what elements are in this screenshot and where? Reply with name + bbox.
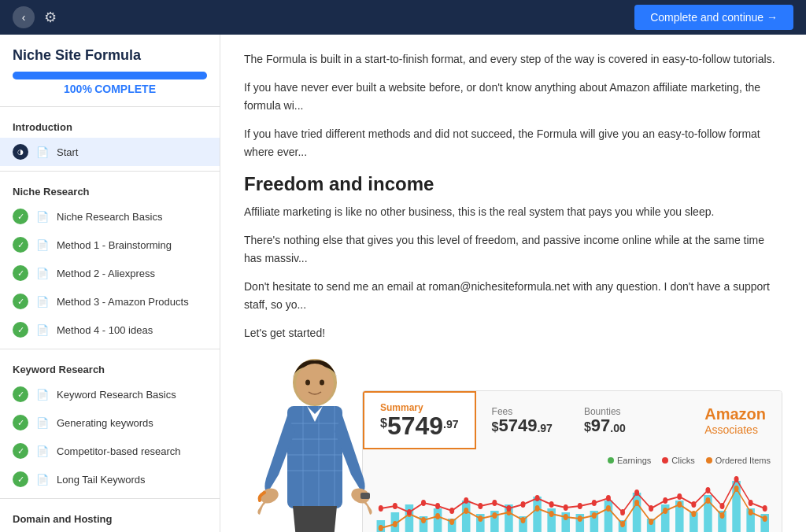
svg-point-66 [407, 509, 412, 515]
svg-point-54 [634, 500, 639, 506]
check-icon-9: ✓ [13, 471, 28, 487]
sidebar: Niche Site Formula 100% COMPLETE Introdu… [0, 35, 220, 532]
summary-currency: $ [380, 416, 387, 430]
doc-icon-1: 📄 [36, 211, 49, 223]
content-area: The Formula is built in a start-to-finis… [220, 35, 806, 532]
legend-clicks: Clicks [662, 456, 694, 465]
sidebar-item-competitor-research[interactable]: ✓ 📄 Competitor-based research [0, 437, 220, 465]
check-icon-2: ✓ [13, 237, 28, 253]
doc-icon-6: 📄 [36, 389, 49, 401]
associates-text: Associates [704, 423, 766, 436]
svg-point-75 [535, 495, 540, 501]
svg-point-64 [379, 505, 383, 512]
progress-bar-fill [13, 72, 207, 79]
svg-point-2 [305, 380, 310, 386]
svg-point-85 [677, 493, 682, 500]
doc-icon-5: 📄 [36, 324, 49, 336]
progress-complete-label: COMPLETE [94, 83, 156, 95]
amazon-products-label: Method 3 - Amazon Products [57, 296, 189, 308]
chart-legend: Earnings Clicks Ordered Items [608, 456, 771, 465]
doc-icon-2: 📄 [36, 239, 49, 251]
svg-point-41 [449, 519, 454, 525]
svg-point-63 [763, 515, 767, 522]
widget-top: Summary $ 5749 .97 Fees $ 5749 .97 [363, 391, 782, 449]
progress-bar-wrap [13, 72, 207, 79]
fees-cents: .97 [537, 422, 552, 434]
svg-rect-24 [604, 501, 613, 532]
svg-point-65 [393, 503, 397, 509]
doc-icon-8: 📄 [36, 445, 49, 457]
progress-label: 100% COMPLETE [13, 83, 207, 95]
svg-point-76 [549, 501, 554, 508]
svg-point-72 [492, 500, 497, 506]
bounties-box: Bounties $ 97 .00 [568, 391, 641, 449]
section-domain-hosting: Domain and Hosting [0, 504, 220, 530]
svg-point-69 [449, 508, 454, 514]
sidebar-item-generating-keywords[interactable]: ✓ 📄 Generating keywords [0, 408, 220, 437]
main-layout: Niche Site Formula 100% COMPLETE Introdu… [0, 35, 806, 532]
sidebar-divider-2 [0, 171, 220, 172]
svg-point-61 [734, 486, 739, 492]
sidebar-item-brainstorming[interactable]: ✓ 📄 Method 1 - Brainstorming [0, 231, 220, 259]
svg-point-89 [734, 476, 739, 482]
sidebar-item-100-ideas[interactable]: ✓ 📄 Method 4 - 100 ideas [0, 316, 220, 344]
sidebar-divider-4 [0, 498, 220, 499]
sidebar-divider-1 [0, 106, 220, 107]
svg-point-40 [435, 513, 440, 519]
doc-icon-start: 📄 [36, 146, 49, 158]
100-ideas-label: Method 4 - 100 ideas [57, 324, 153, 336]
svg-point-51 [592, 512, 597, 519]
svg-point-71 [478, 503, 482, 509]
sidebar-item-amazon-products[interactable]: ✓ 📄 Method 3 - Amazon Products [0, 287, 220, 316]
svg-point-52 [606, 505, 611, 512]
svg-point-91 [763, 505, 767, 512]
section-keyword-research: Keyword Research [0, 354, 220, 380]
check-icon-3: ✓ [13, 265, 28, 281]
content-body-1: Affiliate marketing is like no other bus… [244, 203, 782, 220]
content-body-2: There's nothing else that gives you this… [244, 231, 782, 267]
svg-point-80 [606, 495, 611, 501]
svg-point-90 [749, 500, 753, 506]
competitor-research-label: Competitor-based research [57, 445, 181, 457]
sidebar-divider-3 [0, 349, 220, 349]
sidebar-item-niche-basics[interactable]: ✓ 📄 Niche Research Basics [0, 202, 220, 231]
settings-icon[interactable]: ⚙ [44, 9, 57, 26]
sidebar-item-long-tail[interactable]: ✓ 📄 Long Tail Keywords [0, 465, 220, 493]
summary-amount-big: 5749 [387, 413, 443, 438]
fees-amount: $ 5749 .97 [492, 417, 553, 434]
complete-continue-button[interactable]: Complete and continue → [634, 5, 793, 30]
back-icon: ‹ [22, 11, 26, 24]
summary-box: Summary $ 5749 .97 [363, 391, 476, 449]
bounties-cents: .00 [610, 422, 625, 434]
legend-earnings: Earnings [608, 456, 651, 465]
doc-icon-3: 📄 [36, 268, 49, 279]
section-introduction: Introduction [0, 112, 220, 138]
sidebar-header: Niche Site Formula 100% COMPLETE [0, 35, 220, 102]
sidebar-item-keyword-basics[interactable]: ✓ 📄 Keyword Research Basics [0, 380, 220, 408]
svg-point-87 [705, 487, 710, 493]
content-body-4: Let's get started! [244, 324, 782, 342]
svg-point-53 [620, 521, 625, 527]
svg-point-88 [719, 503, 724, 509]
svg-point-55 [649, 519, 653, 525]
svg-point-0 [293, 359, 337, 406]
svg-rect-19 [533, 497, 542, 532]
sidebar-item-start[interactable]: ◑ 📄 Start [0, 138, 220, 166]
svg-rect-26 [633, 493, 641, 532]
sidebar-item-aliexpress[interactable]: ✓ 📄 Method 2 - Aliexpress [0, 259, 220, 287]
check-icon-1: ✓ [13, 209, 28, 224]
half-complete-icon: ◑ [13, 144, 28, 160]
check-icon-4: ✓ [13, 294, 28, 309]
check-icon-5: ✓ [13, 322, 28, 338]
svg-point-74 [520, 501, 525, 508]
amazon-widget: Summary $ 5749 .97 Fees $ 5749 .97 [362, 390, 782, 532]
keyword-basics-label: Keyword Research Basics [57, 389, 176, 401]
brainstorming-label: Method 1 - Brainstorming [57, 239, 172, 251]
content-body-3: Don't hesitate to send me an email at ro… [244, 278, 782, 313]
doc-icon-7: 📄 [36, 417, 49, 429]
svg-point-44 [492, 512, 497, 519]
svg-point-36 [379, 525, 383, 531]
summary-cents: .97 [443, 418, 458, 430]
start-label: Start [57, 146, 78, 158]
back-button[interactable]: ‹ [13, 6, 35, 28]
